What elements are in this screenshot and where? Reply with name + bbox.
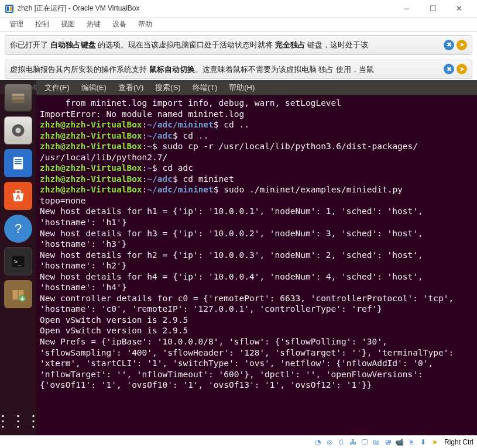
launcher-terminal-icon[interactable]: >_	[4, 247, 32, 275]
term-prompt-user: zhzh@zhzh-VirtualBox	[40, 185, 142, 194]
vb-notification-mouse: 虚拟电脑报告其内所安装的操作系统支持 鼠标自动切换。这意味着鼠标不需要为该虚拟电…	[5, 60, 472, 80]
menu-control[interactable]: 控制	[29, 18, 55, 31]
svg-rect-3	[10, 6, 12, 11]
term-menu-search[interactable]: 搜索(S)	[150, 81, 185, 94]
term-prompt-user: zhzh@zhzh-VirtualBox	[40, 163, 142, 173]
terminal-window: 文件(F) 编辑(E) 查看(V) 搜索(S) 终端(T) 帮助(H) from…	[36, 80, 477, 435]
menu-manage[interactable]: 管理	[4, 18, 29, 31]
notify-arrow-icon[interactable]: ➤	[457, 40, 467, 50]
term-prompt-path: ~/adc/mininet	[147, 120, 214, 129]
term-line: ImportError: No module named mininet.log	[40, 109, 244, 119]
minimize-button[interactable]: ─	[393, 0, 420, 18]
notify-dismiss-icon[interactable]: ✖	[444, 64, 454, 74]
notify-arrow-icon[interactable]: ➤	[457, 64, 467, 74]
term-prompt-user: zhzh@zhzh-VirtualBox	[40, 174, 142, 184]
menu-view[interactable]: 视图	[55, 18, 81, 31]
term-menu-file[interactable]: 文件(F)	[40, 81, 74, 94]
term-menu-terminal[interactable]: 终端(T)	[188, 81, 222, 94]
status-cd-icon[interactable]: ◎	[325, 437, 334, 447]
status-display-icon[interactable]: 🖳	[383, 437, 393, 447]
launcher-files-icon[interactable]	[4, 84, 32, 112]
svg-rect-5	[12, 97, 25, 100]
status-audio-icon[interactable]: 🖭	[372, 437, 381, 447]
menu-help[interactable]: 帮助	[132, 18, 158, 31]
term-prompt-user: zhzh@zhzh-VirtualBox	[40, 142, 142, 151]
term-menu-help[interactable]: 帮助(H)	[224, 81, 259, 94]
ubuntu-launcher: A ? >_ ⋮⋮⋮	[0, 80, 36, 435]
svg-text:A: A	[16, 193, 21, 201]
status-mouse-icon[interactable]: 🖱	[407, 437, 416, 447]
status-network-icon[interactable]: 🖧	[348, 437, 358, 447]
term-menu-view[interactable]: 查看(V)	[114, 81, 148, 94]
term-cmd: cd ..	[183, 131, 208, 140]
svg-rect-12	[15, 163, 22, 164]
launcher-libreoffice-icon[interactable]	[4, 149, 32, 177]
term-cmd: sudo ./mininet/examples/miniedit.py	[224, 185, 403, 194]
notify-dismiss-icon[interactable]: ✖	[444, 40, 454, 50]
term-prompt-path: ~/adc	[147, 131, 173, 140]
maximize-button[interactable]: ☐	[420, 0, 446, 18]
status-recording-icon[interactable]: ⬇	[418, 437, 428, 447]
svg-rect-6	[12, 101, 25, 104]
status-arrow-icon[interactable]: ➤	[430, 437, 440, 447]
svg-text:>_: >_	[14, 258, 22, 266]
launcher-package-icon[interactable]	[4, 280, 32, 308]
status-camera-icon[interactable]: 📹	[395, 437, 404, 447]
term-output: topo=none New host details for h1 = {'ip…	[40, 196, 459, 390]
term-cmd: cd ..	[224, 120, 249, 129]
term-cmd: cd adc	[163, 163, 193, 173]
launcher-apps-icon[interactable]: ⋮⋮⋮	[4, 407, 32, 435]
virtualbox-icon	[5, 4, 14, 13]
term-menu-edit[interactable]: 编辑(E)	[77, 81, 111, 94]
vb-menubar: 管理 控制 视图 热键 设备 帮助	[0, 18, 477, 32]
menu-devices[interactable]: 设备	[107, 18, 132, 31]
svg-rect-10	[15, 159, 22, 160]
term-prompt-path: ~	[147, 163, 152, 173]
term-cmd: cd mininet	[183, 174, 234, 184]
svg-point-8	[15, 127, 20, 133]
status-usb-icon[interactable]: ⎙	[337, 437, 346, 447]
svg-rect-4	[12, 94, 25, 97]
notification-text: 你已打开了 自动独占键盘 的选项。现在当该虚拟电脑窗口处于活动状态时就将 完全独…	[10, 39, 441, 51]
terminal-body[interactable]: from mininet.log import info, debug, war…	[36, 95, 477, 435]
term-prompt-path: ~	[147, 142, 152, 151]
term-prompt-user: zhzh@zhzh-VirtualBox	[40, 131, 142, 140]
notification-text: 虚拟电脑报告其内所安装的操作系统支持 鼠标自动切换。这意味着鼠标不需要为该虚拟电…	[10, 64, 441, 75]
vb-titlebar: zhzh [正在运行] - Oracle VM VirtualBox ─ ☐ ✕	[0, 0, 477, 18]
term-line: from mininet.log import info, debug, war…	[40, 98, 341, 108]
term-prompt-user: zhzh@zhzh-VirtualBox	[40, 120, 142, 129]
menu-hotkeys[interactable]: 热键	[81, 18, 107, 31]
launcher-help-icon[interactable]: ?	[4, 215, 32, 243]
svg-rect-2	[7, 6, 9, 11]
svg-rect-11	[15, 161, 22, 163]
close-button[interactable]: ✕	[446, 0, 472, 18]
launcher-rhythmbox-icon[interactable]	[4, 116, 32, 144]
guest-display: 活动 终端 ▾ 星期二 18：05 zh ▾ ⇅ 🔊 ⏻ A ? >_ ⋮⋮⋮ …	[0, 80, 477, 435]
vb-notification-keyboard: 你已打开了 自动独占键盘 的选项。现在当该虚拟电脑窗口处于活动状态时就将 完全独…	[5, 35, 472, 55]
term-prompt-path: ~/adc	[147, 174, 173, 184]
status-shared-icon[interactable]: 🖵	[360, 437, 369, 447]
status-hdd-icon[interactable]: ◔	[313, 437, 322, 447]
terminal-menubar: 文件(F) 编辑(E) 查看(V) 搜索(S) 终端(T) 帮助(H)	[36, 80, 477, 95]
term-prompt-path: ~/adc/mininet	[147, 185, 214, 194]
launcher-software-icon[interactable]: A	[4, 182, 32, 210]
window-title: zhzh [正在运行] - Oracle VM VirtualBox	[18, 4, 393, 13]
vb-statusbar: ◔ ◎ ⎙ 🖧 🖵 🖭 🖳 📹 🖱 ⬇ ➤ Right Ctrl	[0, 435, 477, 448]
host-key-label: Right Ctrl	[444, 438, 473, 446]
